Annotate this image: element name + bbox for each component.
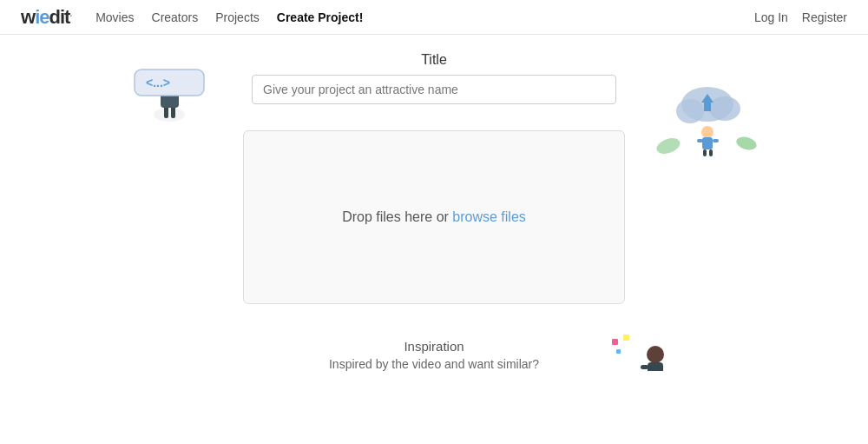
svg-text:<...>: <...> xyxy=(146,76,170,89)
nav-movies[interactable]: Movies xyxy=(95,10,134,24)
svg-point-25 xyxy=(647,346,664,363)
title-input[interactable] xyxy=(252,75,616,104)
svg-rect-23 xyxy=(623,335,629,341)
nav-creators[interactable]: Creators xyxy=(152,10,199,24)
inspiration-section: Inspiration Inspired by the video and wa… xyxy=(174,339,694,371)
browse-files-link[interactable]: browse files xyxy=(452,209,525,224)
svg-rect-17 xyxy=(702,137,713,149)
svg-rect-18 xyxy=(697,139,703,142)
illustration-coder: <...> xyxy=(122,52,208,122)
title-section: <...> Title xyxy=(174,52,694,104)
svg-rect-20 xyxy=(703,149,707,156)
svg-point-0 xyxy=(154,108,185,122)
illustration-cloud xyxy=(651,78,764,148)
svg-rect-29 xyxy=(641,365,648,369)
main-content: <...> Title xyxy=(0,35,868,371)
svg-rect-22 xyxy=(612,339,618,345)
logo-ie: ie xyxy=(35,6,49,28)
dropzone-text: Drop files here or browse files xyxy=(342,209,526,225)
svg-rect-24 xyxy=(616,349,621,354)
logo-text: w xyxy=(21,6,35,28)
logo-dot: . xyxy=(69,8,71,17)
svg-point-10 xyxy=(654,136,682,156)
svg-point-11 xyxy=(735,135,759,152)
svg-rect-26 xyxy=(648,362,663,371)
svg-rect-21 xyxy=(709,149,713,156)
logo-d: dit xyxy=(49,6,69,28)
login-link[interactable]: Log In xyxy=(754,10,788,24)
dropzone-container: Drop files here or browse files xyxy=(243,130,625,304)
svg-point-14 xyxy=(709,96,740,121)
nav-links: Movies Creators Projects Create Project! xyxy=(95,10,363,24)
svg-rect-1 xyxy=(164,106,168,118)
svg-rect-2 xyxy=(171,106,175,118)
svg-point-13 xyxy=(676,99,704,123)
logo: wiedit. xyxy=(21,6,71,29)
register-link[interactable]: Register xyxy=(802,10,847,24)
dropzone-label: Drop files here or xyxy=(342,209,452,224)
title-label: Title xyxy=(174,52,694,68)
navbar: wiedit. Movies Creators Projects Create … xyxy=(0,0,868,35)
dropzone[interactable]: Drop files here or browse files xyxy=(243,130,625,304)
nav-create-project[interactable]: Create Project! xyxy=(277,10,364,24)
nav-left: wiedit. Movies Creators Projects Create … xyxy=(21,6,363,29)
svg-rect-19 xyxy=(713,139,719,142)
svg-point-16 xyxy=(701,126,713,138)
nav-projects[interactable]: Projects xyxy=(215,10,260,24)
form-area: Title xyxy=(174,52,694,104)
nav-right: Log In Register xyxy=(754,10,847,24)
illustration-sitting-person xyxy=(608,330,677,371)
